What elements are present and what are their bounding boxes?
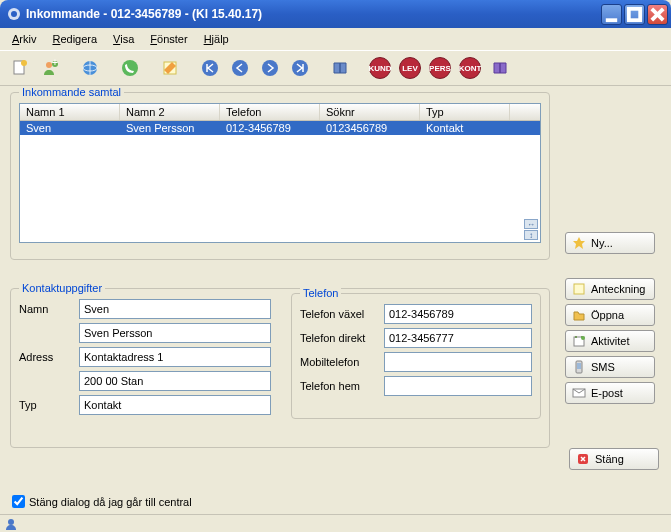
svg-point-17 xyxy=(262,60,278,76)
call-list[interactable]: Namn 1 Namn 2 Telefon Söknr Typ Sven Sve… xyxy=(19,103,541,243)
cell-soknr: 0123456789 xyxy=(320,121,420,135)
menu-arkiv[interactable]: Arkiv xyxy=(6,31,42,47)
close-dialog-label: Stäng dialog då jag går till central xyxy=(29,496,192,508)
vaxel-input[interactable] xyxy=(384,304,532,324)
maximize-button[interactable] xyxy=(624,4,645,25)
svg-point-18 xyxy=(292,60,308,76)
svg-text:+: + xyxy=(52,58,58,68)
ny-label: Ny... xyxy=(591,237,613,249)
open-icon xyxy=(572,308,586,322)
col-telefon[interactable]: Telefon xyxy=(220,104,320,120)
anteckning-label: Anteckning xyxy=(591,283,645,295)
toolbar-book2-icon[interactable] xyxy=(488,56,512,80)
star-icon xyxy=(572,236,586,250)
toolbar-nav-last-icon[interactable] xyxy=(288,56,312,80)
cell-namn1: Sven xyxy=(20,121,120,135)
close-icon xyxy=(576,452,590,466)
mobil-label: Mobiltelefon xyxy=(300,356,384,368)
adress2-input[interactable] xyxy=(79,371,271,391)
stang-label: Stäng xyxy=(595,453,624,465)
toolbar-badge-lev[interactable]: LEV xyxy=(398,56,422,80)
toolbar-call-icon[interactable] xyxy=(118,56,142,80)
hem-label: Telefon hem xyxy=(300,380,384,392)
direkt-input[interactable] xyxy=(384,328,532,348)
sms-button[interactable]: SMS xyxy=(565,356,655,378)
scroll-h-icon[interactable]: ↔ xyxy=(524,219,538,229)
phone-legend: Telefon xyxy=(300,287,341,299)
status-bar xyxy=(0,514,671,532)
contact-details-group: Kontaktuppgifter Namn Adress xyxy=(10,288,550,448)
close-button[interactable] xyxy=(647,4,668,25)
scroll-v-icon[interactable]: ↕ xyxy=(524,230,538,240)
svg-point-16 xyxy=(232,60,248,76)
contact-details-legend: Kontaktuppgifter xyxy=(19,282,105,294)
aktivitet-button[interactable]: Aktivitet xyxy=(565,330,655,352)
oppna-button[interactable]: Öppna xyxy=(565,304,655,326)
toolbar-book-icon[interactable] xyxy=(328,56,352,80)
list-header: Namn 1 Namn 2 Telefon Söknr Typ xyxy=(20,104,540,121)
namn1-input[interactable] xyxy=(79,299,271,319)
status-user-icon xyxy=(4,517,18,531)
toolbar-badge-kont[interactable]: KONT xyxy=(458,56,482,80)
toolbar-new-icon[interactable] xyxy=(8,56,32,80)
vaxel-label: Telefon växel xyxy=(300,308,384,320)
svg-point-27 xyxy=(8,519,14,525)
toolbar-nav-first-icon[interactable] xyxy=(198,56,222,80)
note-icon xyxy=(572,282,586,296)
list-row[interactable]: Sven Sven Persson 012-3456789 0123456789… xyxy=(20,121,540,135)
toolbar: + KUND LEV PERS KONT xyxy=(0,50,671,86)
toolbar-nav-prev-icon[interactable] xyxy=(228,56,252,80)
svg-point-7 xyxy=(21,60,27,66)
close-dialog-checkbox[interactable] xyxy=(12,495,25,508)
svg-marker-19 xyxy=(573,237,585,249)
aktivitet-label: Aktivitet xyxy=(591,335,630,347)
svg-point-15 xyxy=(202,60,218,76)
stang-button[interactable]: Stäng xyxy=(569,448,659,470)
adress1-input[interactable] xyxy=(79,347,271,367)
cell-namn2: Sven Persson xyxy=(120,121,220,135)
hem-input[interactable] xyxy=(384,376,532,396)
close-dialog-checkbox-row: Stäng dialog då jag går till central xyxy=(12,495,192,508)
phone-group: Telefon Telefon växel Telefon direkt Mob… xyxy=(291,293,541,419)
col-soknr[interactable]: Söknr xyxy=(320,104,420,120)
svg-rect-20 xyxy=(574,284,584,294)
svg-point-1 xyxy=(11,11,17,17)
cell-telefon: 012-3456789 xyxy=(220,121,320,135)
menu-visa[interactable]: Visa xyxy=(107,31,140,47)
svg-point-22 xyxy=(581,336,585,340)
app-icon xyxy=(6,6,22,22)
menu-redigera[interactable]: Redigera xyxy=(46,31,103,47)
toolbar-badge-pers[interactable]: PERS xyxy=(428,56,452,80)
anteckning-button[interactable]: Anteckning xyxy=(565,278,655,300)
menu-fonster[interactable]: Fönster xyxy=(144,31,193,47)
typ-input[interactable] xyxy=(79,395,271,415)
adress-label: Adress xyxy=(19,351,79,363)
incoming-calls-legend: Inkommande samtal xyxy=(19,86,124,98)
epost-label: E-post xyxy=(591,387,623,399)
toolbar-user-icon[interactable]: + xyxy=(38,56,62,80)
phone-icon xyxy=(572,360,586,374)
col-typ[interactable]: Typ xyxy=(420,104,510,120)
namn-label: Namn xyxy=(19,303,79,315)
activity-icon xyxy=(572,334,586,348)
svg-point-13 xyxy=(122,60,138,76)
scroll-icons: ↔ ↕ xyxy=(524,219,538,240)
mobil-input[interactable] xyxy=(384,352,532,372)
col-namn1[interactable]: Namn 1 xyxy=(20,104,120,120)
incoming-calls-group: Inkommande samtal Namn 1 Namn 2 Telefon … xyxy=(10,92,550,260)
menu-hjalp[interactable]: Hjälp xyxy=(198,31,235,47)
title-bar: Inkommande - 012-3456789 - (Kl 15.40.17) xyxy=(0,0,671,28)
oppna-label: Öppna xyxy=(591,309,624,321)
col-namn2[interactable]: Namn 2 xyxy=(120,104,220,120)
namn2-input[interactable] xyxy=(79,323,271,343)
toolbar-note-icon[interactable] xyxy=(158,56,182,80)
menu-arkiv-label: rkiv xyxy=(19,33,36,45)
toolbar-globe-icon[interactable] xyxy=(78,56,102,80)
epost-button[interactable]: E-post xyxy=(565,382,655,404)
ny-button[interactable]: Ny... xyxy=(565,232,655,254)
minimize-button[interactable] xyxy=(601,4,622,25)
toolbar-nav-next-icon[interactable] xyxy=(258,56,282,80)
sms-label: SMS xyxy=(591,361,615,373)
menu-bar: Arkiv Redigera Visa Fönster Hjälp xyxy=(0,28,671,50)
toolbar-badge-kund[interactable]: KUND xyxy=(368,56,392,80)
